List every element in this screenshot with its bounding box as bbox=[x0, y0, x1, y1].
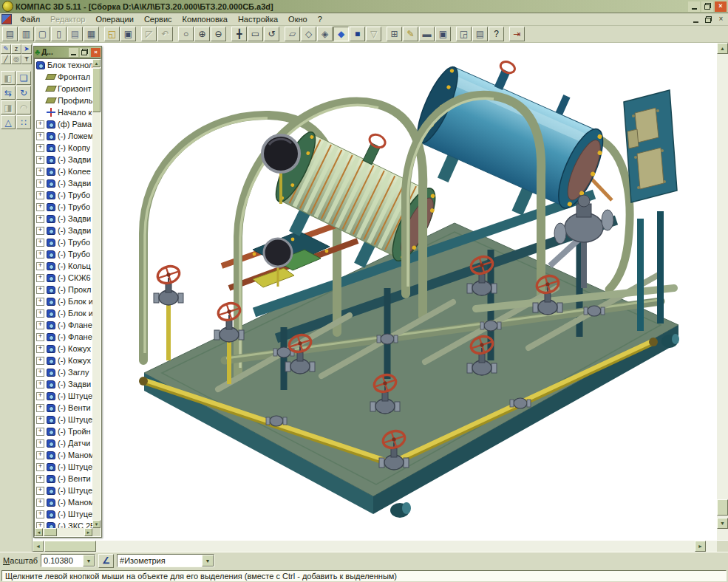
tree-item[interactable]: (-) Штуце bbox=[35, 390, 92, 402]
tree-expander-icon[interactable] bbox=[36, 298, 44, 306]
menu-item[interactable]: Сервис bbox=[139, 14, 177, 24]
tree-item[interactable]: Горизонт bbox=[35, 83, 92, 95]
tree-item[interactable]: (-) Задви bbox=[35, 154, 92, 165]
tree-item[interactable]: Блок технолог bbox=[35, 59, 92, 71]
tree-item[interactable]: (-) Флане bbox=[35, 331, 92, 343]
tree-expander-icon[interactable] bbox=[36, 416, 44, 424]
mdi-close-button[interactable]: × bbox=[715, 15, 727, 24]
tree-item[interactable]: (-) Датчи bbox=[35, 437, 92, 449]
tree-expander-icon[interactable] bbox=[36, 345, 44, 353]
tree-item[interactable]: Фронтал bbox=[35, 71, 92, 83]
save-document-button[interactable]: ▣ bbox=[120, 27, 136, 41]
tree-item[interactable]: (-) Задви bbox=[35, 378, 92, 390]
tree-item[interactable]: (-) Штуце bbox=[35, 461, 92, 473]
move-part-operation-button[interactable]: ⇆ bbox=[1, 86, 16, 100]
tree-item[interactable]: (-) Трубо bbox=[35, 189, 92, 201]
display-hidden-removed-button[interactable]: ◇ bbox=[301, 27, 316, 41]
tree-minimize-button[interactable] bbox=[69, 48, 78, 57]
vertical-scroll-thumb[interactable] bbox=[717, 499, 728, 516]
tree-vertical-scrollbar[interactable]: ▲ ▼ bbox=[92, 59, 101, 528]
tree-expander-icon[interactable] bbox=[36, 168, 44, 176]
tree-expander-icon[interactable] bbox=[36, 227, 44, 235]
rotate-view-button[interactable]: ↺ bbox=[264, 27, 279, 41]
tree-item[interactable]: (-) Блок и bbox=[35, 307, 92, 319]
tree-item[interactable]: (-) Задви bbox=[35, 225, 92, 236]
tree-item[interactable]: (-) Прокл bbox=[35, 284, 92, 295]
tree-expander-icon[interactable] bbox=[36, 451, 44, 459]
tree-scroll-right-button[interactable]: ► bbox=[84, 528, 92, 536]
scroll-up-button[interactable]: ▲ bbox=[717, 43, 728, 54]
menu-item[interactable]: Настройка bbox=[233, 14, 283, 24]
new-sketch-button[interactable]: ✎ bbox=[403, 27, 418, 41]
view-dropdown-arrow-icon[interactable]: ▼ bbox=[202, 555, 214, 566]
tree-expander-icon[interactable] bbox=[36, 499, 44, 507]
display-shaded-button[interactable]: ◆ bbox=[333, 27, 349, 41]
tree-item[interactable]: (ф) Рама bbox=[35, 118, 92, 130]
tree-item[interactable]: (-) Кожух bbox=[35, 355, 92, 366]
tree-expander-icon[interactable] bbox=[36, 333, 44, 341]
tree-item[interactable]: Профиль bbox=[35, 95, 92, 106]
tree-expander-icon[interactable] bbox=[36, 357, 44, 365]
tree-expander-icon[interactable] bbox=[36, 463, 44, 471]
tree-expander-icon[interactable] bbox=[36, 487, 44, 495]
new-fragment-button[interactable]: ▢ bbox=[35, 27, 50, 41]
tree-item[interactable]: (-) Трубо bbox=[35, 236, 92, 248]
tree-expander-icon[interactable] bbox=[36, 428, 44, 436]
tree-horizontal-scroll-thumb[interactable] bbox=[44, 528, 57, 536]
tree-item[interactable]: (-) Задви bbox=[35, 177, 92, 189]
drawing-area[interactable]: ▲ ▼ ◄ ► bbox=[33, 43, 728, 552]
menu-item[interactable]: Операции bbox=[90, 14, 138, 24]
exit-button[interactable]: ⇥ bbox=[509, 27, 525, 41]
context-help-button[interactable]: ? bbox=[489, 27, 504, 41]
pan-view-button[interactable]: ╋ bbox=[231, 27, 247, 41]
zoom-tool-button[interactable]: ○ bbox=[178, 27, 194, 41]
tree-item[interactable]: (-) Штуце bbox=[35, 414, 92, 425]
scale-dropdown-arrow-icon[interactable]: ▼ bbox=[83, 555, 95, 566]
save-view-button[interactable]: ▣ bbox=[435, 27, 451, 41]
tree-item[interactable]: (-) Венти bbox=[35, 402, 92, 414]
scale-combobox[interactable]: 0.10380 ▼ bbox=[41, 554, 95, 567]
print-button[interactable]: ▤ bbox=[472, 27, 488, 41]
orientation-axes-button[interactable]: ∠ bbox=[98, 554, 114, 568]
open-document-button[interactable]: ◱ bbox=[104, 27, 120, 41]
restore-button[interactable] bbox=[701, 1, 713, 12]
tree-item[interactable]: (-) Кольц bbox=[35, 260, 92, 272]
eraser-tool-button[interactable]: ◎ bbox=[11, 55, 21, 64]
scroll-left-button[interactable]: ◄ bbox=[33, 541, 44, 552]
document-system-icon[interactable] bbox=[1, 14, 12, 24]
close-button[interactable]: × bbox=[715, 1, 727, 12]
model-tree-toggle-button[interactable]: ⊞ bbox=[387, 27, 402, 41]
tree-expander-icon[interactable] bbox=[36, 215, 44, 223]
tree-item[interactable]: (-) Трубо bbox=[35, 201, 92, 213]
tree-scroll-left-button[interactable]: ◄ bbox=[35, 528, 43, 536]
zoom-to-rect-button[interactable]: ▭ bbox=[248, 27, 263, 41]
menu-item[interactable]: Компоновка bbox=[177, 14, 233, 24]
tree-expander-icon[interactable] bbox=[36, 286, 44, 294]
scroll-right-button[interactable]: ► bbox=[695, 541, 706, 552]
new-document-alt-button[interactable]: ▥ bbox=[18, 27, 34, 41]
tree-expander-icon[interactable] bbox=[36, 132, 44, 140]
new-document-button[interactable]: ▤ bbox=[2, 27, 18, 41]
new-sheet-button[interactable]: ▯ bbox=[51, 27, 67, 41]
tree-expander-icon[interactable] bbox=[36, 262, 44, 270]
new-text-document-button[interactable]: ▤ bbox=[67, 27, 83, 41]
tree-scroll-up-button[interactable]: ▲ bbox=[92, 59, 101, 67]
array-operation-button[interactable]: ∷ bbox=[16, 115, 31, 129]
menu-item[interactable]: Редактор bbox=[45, 14, 90, 24]
display-wireframe-button[interactable]: ▱ bbox=[285, 27, 300, 41]
rotate-part-operation-button[interactable]: ↻ bbox=[16, 86, 31, 100]
tree-expander-icon[interactable] bbox=[36, 309, 44, 318]
tree-expander-icon[interactable] bbox=[36, 321, 44, 329]
tree-expander-icon[interactable] bbox=[36, 475, 44, 483]
tree-item[interactable]: Начало к bbox=[35, 106, 92, 118]
mdi-restore-button[interactable] bbox=[703, 15, 714, 24]
tree-item[interactable]: (-) Задви bbox=[35, 213, 92, 225]
view-orientation-combobox[interactable]: #Изометрия ▼ bbox=[117, 554, 214, 567]
tree-item[interactable]: (-) Тройн bbox=[35, 425, 92, 437]
display-shaded-edges-button[interactable]: ■ bbox=[350, 27, 365, 41]
tree-close-button[interactable]: × bbox=[91, 48, 101, 57]
tree-expander-icon[interactable] bbox=[36, 369, 44, 377]
tree-expander-icon[interactable] bbox=[36, 120, 44, 129]
tree-item[interactable]: (-) Корпу bbox=[35, 142, 92, 154]
display-hidden-thin-button[interactable]: ◈ bbox=[317, 27, 333, 41]
